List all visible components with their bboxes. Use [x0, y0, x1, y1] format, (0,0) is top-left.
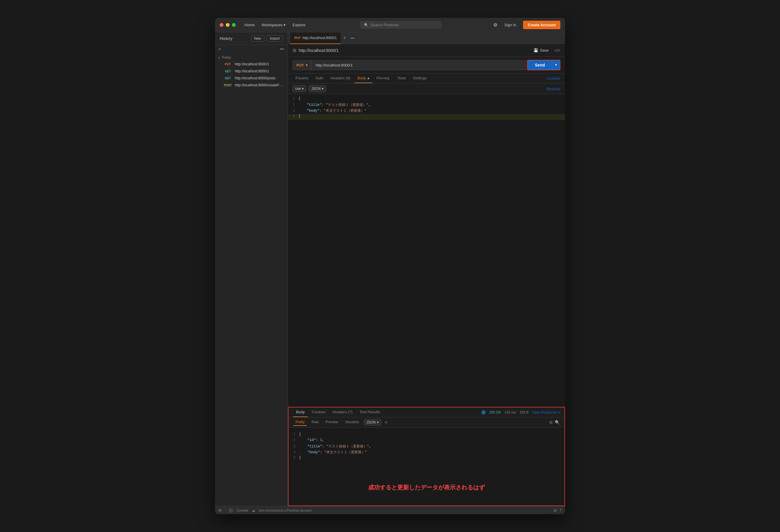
method-chevron-icon: ▾	[306, 63, 308, 67]
history-item-post[interactable]: POST http://localhost:8000/createPost	[215, 82, 288, 89]
resp-tabs: Body Cookies Headers (7) Test Results	[293, 407, 383, 417]
send-button[interactable]: Send	[528, 60, 552, 70]
add-tab-button[interactable]: +	[341, 35, 349, 41]
body-dot	[368, 78, 369, 79]
req-tab-auth[interactable]: Auth	[313, 74, 327, 83]
req-tab-settings[interactable]: Settings	[410, 74, 430, 83]
import-button[interactable]: Import	[266, 35, 283, 42]
req-tab-prereq[interactable]: Pre-req.	[373, 74, 393, 83]
method-badge-get1: GET	[223, 69, 233, 73]
content-area: PUT http://localhost:8000/1 + ••• ⊞ http…	[288, 32, 565, 506]
status-bar: ⊞ ⬛ Console ☁ Not connected to a Postman…	[215, 506, 565, 514]
response-panel: Body Cookies Headers (7) Test Results 🌐 …	[288, 407, 565, 506]
tab-url: http://localhost:8000/1	[302, 36, 337, 40]
body-format-select[interactable]: JSON ▾	[309, 85, 326, 92]
settings-icon[interactable]: ⚙	[493, 22, 497, 28]
response-code-editor: 1 { 2 "id": 1, 3 "title": "テスト投稿１（更新後）",	[289, 430, 565, 503]
nav-workspaces[interactable]: Workspaces ▾	[259, 21, 289, 29]
sidebar-title: History	[220, 36, 233, 41]
status-bar-divider	[225, 508, 225, 513]
new-button[interactable]: New	[251, 35, 264, 42]
save-response-chevron-icon: ▾	[558, 410, 560, 415]
resp-tab-test-results[interactable]: Test Results	[356, 407, 383, 417]
console-label[interactable]: Console	[237, 509, 248, 512]
resp-toolbar: Pretty Raw Preview Visualize JSON ▾ ≡ ⧉ …	[289, 417, 565, 428]
search-placeholder: Search Postman	[371, 23, 399, 27]
save-icon: 💾	[534, 48, 538, 52]
code-icon[interactable]: </>	[554, 48, 560, 53]
copy-icon[interactable]: ⧉	[549, 420, 552, 425]
resp-format-select[interactable]: JSON ▾	[364, 419, 381, 426]
active-tab[interactable]: PUT http://localhost:8000/1	[290, 32, 341, 44]
resp-view-pretty[interactable]: Pretty	[293, 419, 307, 426]
history-url-get1: http://localhost:8000/1	[235, 69, 269, 73]
tab-more-button[interactable]: •••	[349, 36, 356, 41]
resp-tab-headers[interactable]: Headers (7)	[330, 407, 355, 417]
request-title-wrap: ⊞ http://localhost:8000/1	[293, 48, 339, 53]
resp-code-line-4: 4 "body": "本文テスト１（更新後）"	[289, 450, 565, 455]
nav-links: Home Workspaces ▾ Explore	[242, 21, 308, 29]
nav-home[interactable]: Home	[242, 21, 257, 29]
sign-in-button[interactable]: Sign In	[501, 21, 520, 29]
cloud-icon: ☁	[252, 509, 255, 513]
history-section: ▾ Today PUT http://localhost:8000/1 GET …	[215, 53, 288, 90]
search-input[interactable]: 🔍 Search Postman	[360, 21, 442, 29]
history-item-get1[interactable]: GET http://localhost:8000/1	[215, 68, 288, 75]
app-window: Home Workspaces ▾ Explore 🔍 Search Postm…	[215, 18, 565, 514]
method-badge-get2: GET	[223, 77, 233, 80]
resp-filter-icon[interactable]: ≡	[384, 420, 388, 425]
response-body: 1 { 2 "id": 1, 3 "title": "テスト投稿１（更新後）",	[289, 428, 565, 505]
request-header-actions: 💾 Save </>	[531, 47, 560, 54]
sidebar-more-icon[interactable]: •••	[280, 47, 284, 51]
req-tab-params[interactable]: Params	[293, 74, 311, 83]
filter-icon[interactable]: ≡	[218, 47, 221, 51]
request-header: ⊞ http://localhost:8000/1 💾 Save </>	[288, 44, 565, 57]
save-response-button[interactable]: Save Response ▾	[532, 410, 560, 415]
history-item-get2[interactable]: GET http://localhost:8000/posts	[215, 75, 288, 82]
nav-explore[interactable]: Explore	[290, 21, 308, 29]
sidebar-toolbar: ≡ •••	[215, 45, 288, 53]
resp-view-preview[interactable]: Preview	[323, 419, 340, 426]
console-icon: ⬛	[229, 509, 233, 513]
resp-view-visualize[interactable]: Visualize	[343, 419, 361, 426]
resp-tab-cookies[interactable]: Cookies	[309, 407, 329, 417]
layout-icon[interactable]: ⊞	[218, 509, 222, 513]
help-icon[interactable]: ?	[559, 509, 562, 513]
title-bar-right: ⚙ Sign In Create Account	[493, 21, 560, 29]
resp-code-line-2: 2 "id": 1,	[289, 438, 565, 444]
code-line-3: 3 "body": "本文テスト１（更新後）"	[288, 108, 565, 114]
history-group-header[interactable]: ▾ Today	[215, 54, 288, 61]
url-input[interactable]	[311, 60, 527, 70]
status-bar-right: ⊞ ?	[554, 509, 562, 513]
history-url-post: http://localhost:8000/createPost	[235, 83, 283, 87]
create-account-button[interactable]: Create Account	[523, 21, 560, 29]
request-title: http://localhost:8000/1	[299, 48, 339, 53]
request-code-editor[interactable]: 1 { 2 "title": "テスト投稿１（更新後）", 3 "body": …	[288, 94, 565, 407]
maximize-button[interactable]	[232, 23, 236, 27]
history-item-put[interactable]: PUT http://localhost:8000/1	[215, 61, 288, 68]
req-tab-headers[interactable]: Headers (8)	[328, 74, 353, 83]
title-bar: Home Workspaces ▾ Explore 🔍 Search Postm…	[215, 18, 565, 32]
resp-code-line-5: 5 }	[289, 455, 565, 462]
search-icon: 🔍	[364, 23, 369, 27]
search-response-icon[interactable]: 🔍	[555, 420, 560, 425]
beautify-button[interactable]: Beautify	[547, 87, 560, 91]
method-select[interactable]: PUT ▾	[293, 60, 311, 70]
resp-toolbar-right: ⧉ 🔍	[549, 420, 560, 425]
send-dropdown-button[interactable]: ▾	[552, 60, 560, 70]
close-button[interactable]	[220, 23, 224, 27]
resp-tab-body[interactable]: Body	[293, 407, 308, 417]
connection-status: Not connected to a Postman account	[259, 509, 311, 512]
cookies-link[interactable]: Cookies	[547, 76, 560, 81]
minimize-button[interactable]	[226, 23, 230, 27]
resp-view-raw[interactable]: Raw	[309, 419, 321, 426]
body-type-select[interactable]: raw ▾	[293, 85, 306, 92]
req-tab-tests[interactable]: Tests	[394, 74, 409, 83]
expand-icon[interactable]: ⊞	[554, 509, 556, 513]
req-tab-body[interactable]: Body	[354, 74, 372, 83]
status-time: 142 ms	[505, 410, 516, 415]
history-url-get2: http://localhost:8000/posts	[235, 76, 275, 80]
resp-code-line-3: 3 "title": "テスト投稿１（更新後）",	[289, 444, 565, 450]
save-button[interactable]: 💾 Save	[531, 47, 551, 54]
request-panel: ⊞ http://localhost:8000/1 💾 Save </>	[288, 44, 565, 506]
